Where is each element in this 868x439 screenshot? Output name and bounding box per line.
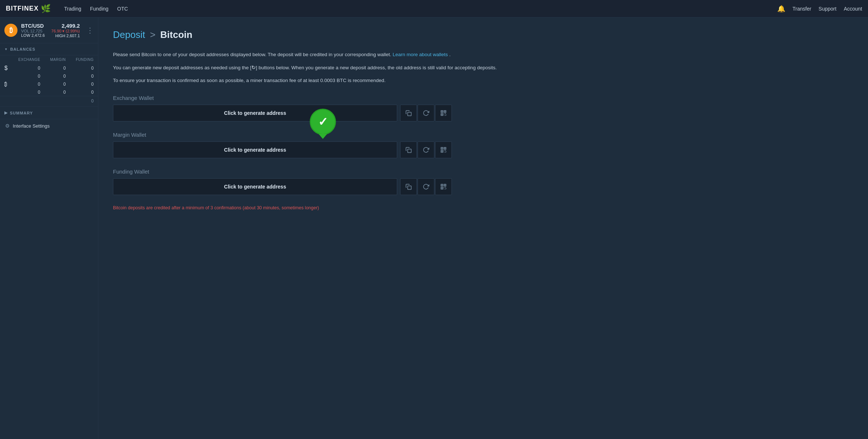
vol-label: VOL [21, 29, 29, 33]
col-exchange: EXCHANGE [12, 55, 44, 64]
balance-exchange-1: 0 [12, 73, 44, 80]
svg-rect-24 [408, 186, 411, 190]
col-icon [0, 55, 12, 64]
vol-value: 12,725 [30, 29, 43, 33]
margin-wallet-section: Margin Wallet Click to generate address [113, 132, 853, 158]
balance-funding-2: 0 [70, 80, 98, 89]
interface-settings-item[interactable]: ⚙ Interface Settings [0, 119, 98, 132]
balance-icon-btc: ₿ [0, 80, 12, 89]
logo-leaf-icon: 🌿 [41, 4, 51, 13]
info-p1: Please send Bitcoin to one of your depos… [113, 51, 853, 59]
svg-rect-17 [445, 148, 445, 149]
funding-qr-btn[interactable] [435, 178, 452, 195]
svg-rect-18 [442, 151, 442, 152]
svg-rect-5 [445, 111, 445, 112]
funding-refresh-btn[interactable] [418, 178, 434, 195]
nav-support[interactable]: Support [818, 6, 836, 12]
balance-exchange-2: 0 [12, 80, 44, 89]
app-body: ₿ BTC/USD VOL 12,725 LOW 2,472.6 2,499.2… [0, 18, 868, 439]
exchange-wallet-row: Click to generate address [113, 105, 853, 121]
nav-funding[interactable]: Funding [90, 6, 109, 12]
exchange-refresh-btn[interactable] [418, 105, 434, 121]
learn-more-link[interactable]: Learn more about wallets [392, 52, 448, 57]
balance-row-usd1: $ 0 0 0 [0, 64, 98, 73]
nav-trading[interactable]: Trading [64, 6, 81, 12]
svg-rect-30 [442, 188, 442, 189]
summary-section: ▶ SUMMARY [0, 106, 98, 119]
margin-wallet-row: Click to generate address [113, 141, 853, 158]
funding-wallet-section: Funding Wallet Click to generate address [113, 168, 853, 195]
nav-links: Trading Funding OTC [64, 6, 128, 12]
col-margin: MARGIN [44, 55, 70, 64]
svg-rect-16 [442, 148, 442, 149]
summary-label: SUMMARY [10, 111, 33, 115]
gear-icon: ⚙ [5, 123, 10, 129]
ticker-pair: BTC/USD [21, 23, 48, 29]
balance-margin-1: 0 [44, 73, 70, 80]
balances-label: BALANCES [10, 47, 35, 51]
deposit-link[interactable]: Deposit [113, 29, 145, 40]
funding-generate-btn[interactable]: Click to generate address [113, 178, 397, 195]
ticker-row: ₿ BTC/USD VOL 12,725 LOW 2,472.6 2,499.2… [0, 18, 98, 43]
nav-transfer[interactable]: Transfer [793, 6, 812, 12]
main-content: Deposit > Bitcoin Please send Bitcoin to… [98, 18, 868, 439]
bitcoin-title: Bitcoin [160, 29, 192, 40]
balance-row-btc1: ₿ 0 0 0 [0, 80, 98, 89]
funding-action-btns [400, 178, 452, 195]
warning-text: Bitcoin deposits are credited after a mi… [113, 205, 853, 210]
info-block: Please send Bitcoin to one of your depos… [113, 51, 853, 85]
balance-icon-usd: $ [0, 64, 12, 73]
svg-rect-29 [445, 185, 445, 186]
margin-action-btns [400, 141, 452, 158]
title-separator: > [150, 29, 158, 40]
balance-icon-empty1 [0, 73, 12, 80]
ticker-more-icon[interactable]: ⋮ [83, 26, 94, 35]
svg-rect-12 [408, 149, 411, 153]
logo: BITFINEX 🌿 [6, 4, 51, 13]
margin-generate-btn[interactable]: Click to generate address [113, 141, 397, 158]
exchange-action-btns [400, 105, 452, 121]
summary-header[interactable]: ▶ SUMMARY [0, 107, 98, 119]
balance-margin-2: 0 [44, 80, 70, 89]
ticker-price-block: 2,499.2 76.90 ▾ (2.99%) HIGH 2,607.1 [51, 23, 80, 38]
balances-header[interactable]: ▼ BALANCES [0, 43, 98, 55]
col-funding: FUNDING [70, 55, 98, 64]
balance-margin-0: 0 [44, 64, 70, 73]
exchange-generate-btn[interactable]: Click to generate address [113, 105, 397, 121]
svg-rect-6 [442, 114, 442, 115]
exchange-copy-btn[interactable] [400, 105, 417, 121]
margin-copy-btn[interactable] [400, 141, 417, 158]
summary-arrow-icon: ▶ [4, 110, 8, 115]
balance-funding-1: 0 [70, 73, 98, 80]
exchange-wallet-label: Exchange Wallet [113, 95, 853, 101]
balance-funding-0: 0 [70, 64, 98, 73]
balance-icon-empty2 [0, 89, 12, 96]
funding-copy-btn[interactable] [400, 178, 417, 195]
exchange-wallet-section: Exchange Wallet Click to generate addres… [113, 95, 853, 121]
margin-qr-btn[interactable] [435, 141, 452, 158]
nav-account[interactable]: Account [844, 6, 862, 12]
balance-exchange-3: 0 [12, 89, 44, 96]
checkmark-popup: ✓ [310, 109, 339, 138]
ticker-change: 76.90 ▾ (2.99%) [51, 29, 80, 34]
nav-otc[interactable]: OTC [117, 6, 128, 12]
btc-icon: ₿ [4, 24, 17, 37]
top-nav: BITFINEX 🌿 Trading Funding OTC 🔔 Transfe… [0, 0, 868, 18]
logo-text: BITFINEX [6, 5, 39, 12]
funding-wallet-label: Funding Wallet [113, 168, 853, 175]
exchange-qr-btn[interactable] [435, 105, 452, 121]
sidebar: ₿ BTC/USD VOL 12,725 LOW 2,472.6 2,499.2… [0, 18, 98, 439]
ticker-vol: VOL 12,725 [21, 29, 48, 33]
balance-exchange-0: 0 [12, 64, 44, 73]
ticker-low: LOW 2,472.6 [21, 33, 48, 38]
nav-right: 🔔 Transfer Support Account [777, 5, 862, 13]
info-p3: To ensure your transaction is confirmed … [113, 77, 853, 85]
page-title: Deposit > Bitcoin [113, 29, 853, 40]
margin-refresh-btn[interactable] [418, 141, 434, 158]
bell-icon[interactable]: 🔔 [777, 5, 785, 13]
balance-total-row: 0 [0, 96, 98, 107]
info-p2: You can generate new deposit addresses a… [113, 64, 853, 72]
interface-settings-label: Interface Settings [13, 123, 50, 129]
balance-row-usd2: 0 0 0 [0, 73, 98, 80]
balances-arrow-icon: ▼ [4, 47, 8, 51]
